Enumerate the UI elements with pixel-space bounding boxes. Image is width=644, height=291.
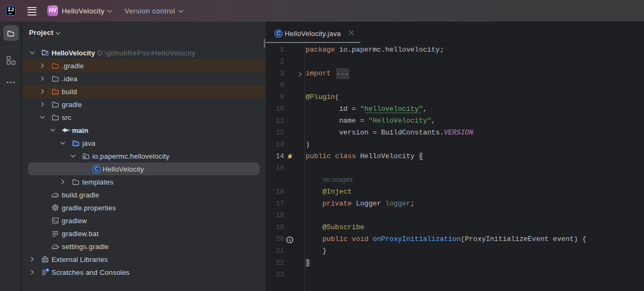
svg-text:C: C xyxy=(94,166,98,172)
svg-text:C: C xyxy=(277,31,280,37)
